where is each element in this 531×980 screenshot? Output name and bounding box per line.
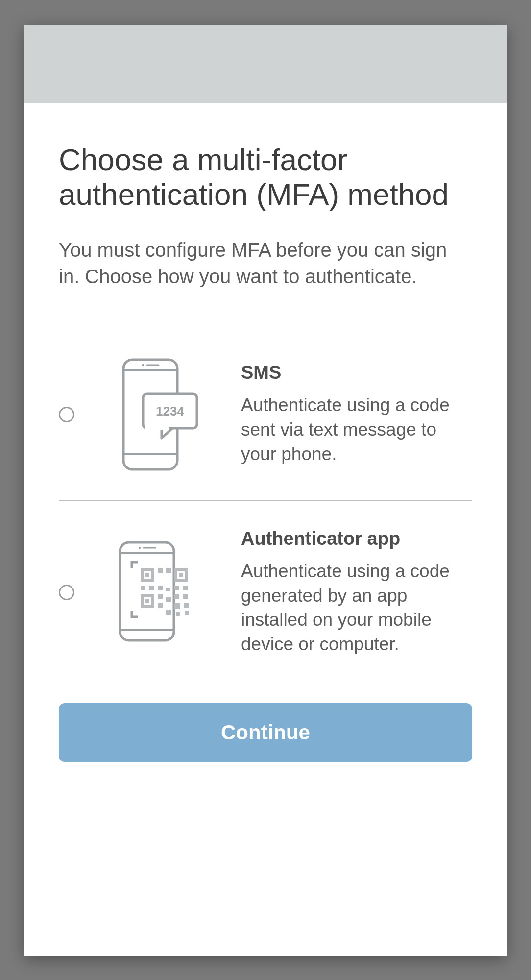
svg-text:1234: 1234 bbox=[156, 404, 184, 418]
svg-rect-37 bbox=[166, 610, 171, 615]
svg-point-11 bbox=[139, 547, 141, 549]
svg-rect-34 bbox=[183, 594, 188, 599]
svg-rect-24 bbox=[166, 588, 170, 591]
svg-rect-32 bbox=[158, 603, 163, 608]
svg-rect-30 bbox=[158, 594, 163, 599]
radio-authenticator[interactable] bbox=[59, 585, 74, 600]
svg-point-3 bbox=[142, 364, 144, 366]
svg-rect-29 bbox=[145, 599, 149, 603]
svg-rect-35 bbox=[174, 603, 180, 609]
svg-rect-16 bbox=[158, 568, 163, 573]
card-body: Choose a multi-factor authentication (MF… bbox=[24, 103, 507, 791]
option-title-authenticator: Authenticator app bbox=[241, 528, 472, 549]
option-desc-authenticator: Authenticate using a code generated by a… bbox=[241, 559, 472, 657]
mfa-option-sms[interactable]: 1234 SMS Authenticate using a code sent … bbox=[59, 329, 472, 500]
continue-button[interactable]: Continue bbox=[59, 703, 472, 762]
svg-rect-6 bbox=[145, 424, 169, 430]
phone-qr-icon bbox=[111, 539, 204, 646]
svg-rect-39 bbox=[185, 611, 189, 615]
svg-rect-21 bbox=[141, 586, 145, 590]
svg-rect-15 bbox=[145, 573, 149, 577]
svg-rect-22 bbox=[149, 586, 154, 590]
option-title-sms: SMS bbox=[241, 362, 472, 383]
svg-rect-23 bbox=[158, 586, 163, 590]
card-header bbox=[24, 24, 507, 103]
svg-rect-31 bbox=[166, 597, 171, 602]
svg-rect-38 bbox=[176, 612, 180, 616]
option-desc-sms: Authenticate using a code sent via text … bbox=[241, 393, 472, 466]
svg-rect-20 bbox=[179, 573, 183, 577]
radio-sms[interactable] bbox=[59, 407, 74, 422]
page-title: Choose a multi-factor authentication (MF… bbox=[59, 142, 472, 212]
svg-rect-36 bbox=[184, 603, 189, 608]
mfa-card: Choose a multi-factor authentication (MF… bbox=[24, 24, 507, 956]
svg-rect-17 bbox=[166, 568, 171, 573]
page-subtitle: You must configure MFA before you can si… bbox=[59, 237, 472, 290]
svg-rect-33 bbox=[174, 594, 179, 599]
svg-rect-26 bbox=[183, 586, 188, 590]
mfa-option-authenticator[interactable]: Authenticator app Authenticate using a c… bbox=[59, 501, 472, 684]
svg-rect-8 bbox=[120, 542, 174, 640]
svg-rect-25 bbox=[174, 586, 179, 590]
phone-sms-icon: 1234 bbox=[114, 356, 202, 473]
